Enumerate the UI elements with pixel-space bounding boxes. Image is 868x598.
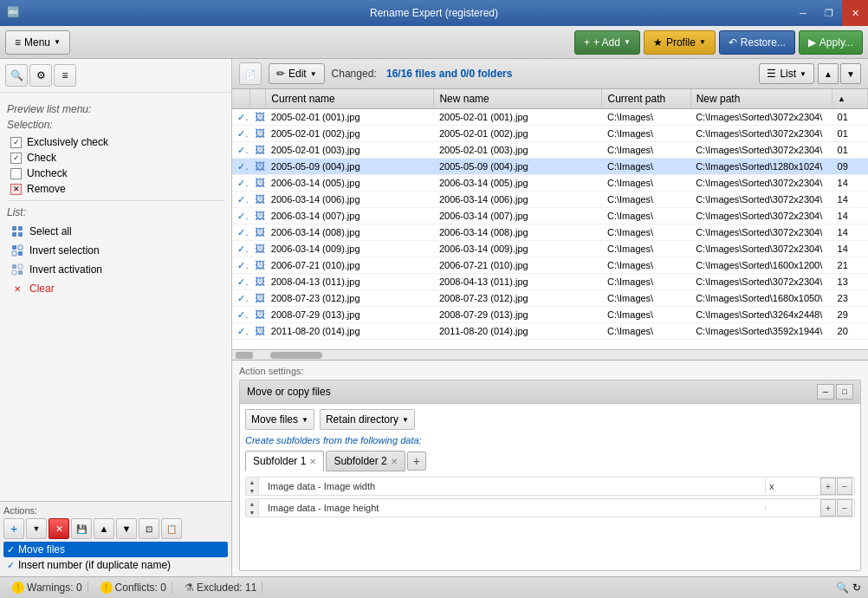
horizontal-scrollbar[interactable]	[232, 349, 868, 360]
row-check[interactable]: ✓	[232, 257, 249, 274]
table-row[interactable]: ✓ 🖼 2011-08-20 (014).jpg 2011-08-20 (014…	[232, 323, 868, 340]
scroll-thumb[interactable]	[270, 352, 322, 359]
row-check[interactable]: ✓	[232, 241, 249, 257]
minimize-button[interactable]: ─	[790, 0, 816, 26]
filter-button[interactable]: ⚙	[29, 64, 52, 87]
row-check[interactable]: ✓	[232, 175, 249, 192]
nav-buttons: ▲ ▼	[818, 63, 861, 84]
height-add-button[interactable]: +	[820, 499, 836, 517]
menu-button[interactable]: ≡ Menu ▼	[5, 30, 70, 55]
subfolder-tab-1[interactable]: Subfolder 1 ✕	[245, 451, 324, 471]
invert-activation-label: Invert activation	[29, 263, 102, 276]
box-maximize-button[interactable]: □	[836, 384, 853, 400]
row-check[interactable]: ✓	[232, 159, 249, 175]
row-check[interactable]: ✓	[232, 323, 249, 340]
table-row[interactable]: ✓ 🖼 2005-05-09 (004).jpg 2005-05-09 (004…	[232, 159, 868, 175]
width-spin-down[interactable]: ▼	[246, 486, 258, 495]
move-up-button[interactable]: ▲	[94, 518, 114, 539]
table-row[interactable]: ✓ 🖼 2006-07-21 (010).jpg 2006-07-21 (010…	[232, 257, 868, 274]
insert-number-action[interactable]: ✓ Insert number (if duplicate name)	[3, 557, 228, 573]
uncheck-item[interactable]: Uncheck	[7, 166, 224, 181]
delete-action-button[interactable]: ✕	[49, 518, 69, 539]
edit-button[interactable]: ✏ Edit ▼	[269, 63, 325, 84]
table-row[interactable]: ✓ 🖼 2005-02-01 (001).jpg 2005-02-01 (001…	[232, 109, 868, 126]
select-all-item[interactable]: Select all	[7, 222, 224, 241]
row-check[interactable]: ✓	[232, 192, 249, 208]
table-header-row: Current name New name Current path New p…	[232, 89, 868, 109]
check-checkbox[interactable]: ✓	[10, 153, 22, 164]
move-files-dropdown[interactable]: Move files ▼	[245, 409, 314, 430]
row-current-name: 2006-03-14 (006).jpg	[266, 192, 434, 208]
profile-button[interactable]: ★ Profile ▼	[644, 30, 716, 55]
table-row[interactable]: ✓ 🖼 2008-07-23 (012).jpg 2008-07-23 (012…	[232, 290, 868, 307]
add-button[interactable]: + + Add ▼	[574, 30, 640, 55]
table-row[interactable]: ✓ 🖼 2005-02-01 (003).jpg 2005-02-01 (003…	[232, 142, 868, 159]
row-check[interactable]: ✓	[232, 208, 249, 224]
action-dropdown-button[interactable]: ▼	[26, 518, 47, 539]
row-check[interactable]: ✓	[232, 307, 249, 323]
width-spin-up[interactable]: ▲	[246, 478, 258, 486]
subfolder-1-close[interactable]: ✕	[309, 457, 316, 466]
move-down-button[interactable]: ▼	[116, 518, 137, 539]
height-spin-up[interactable]: ▲	[246, 499, 258, 508]
copy-action-button[interactable]: ⊡	[139, 518, 159, 539]
row-check[interactable]: ✓	[232, 224, 249, 241]
remove-item[interactable]: ✕ Remove	[7, 181, 224, 197]
close-button[interactable]: ✕	[842, 0, 868, 26]
apply-button[interactable]: ▶ Apply...	[799, 30, 863, 55]
exclusively-check-item[interactable]: ✓ Exclusively check	[7, 134, 224, 150]
invert-selection-item[interactable]: Invert selection	[7, 241, 224, 260]
uncheck-checkbox[interactable]	[10, 168, 22, 179]
row-check[interactable]: ✓	[232, 126, 249, 142]
status-search-icon[interactable]: 🔍	[836, 582, 849, 594]
row-extra: 01	[832, 109, 868, 126]
retain-directory-dropdown[interactable]: Retain directory ▼	[320, 409, 415, 430]
restore-button[interactable]: ↶ Restore...	[719, 30, 795, 55]
next-button[interactable]: ▼	[840, 63, 861, 84]
subfolder-2-close[interactable]: ✕	[391, 457, 398, 466]
width-add-button[interactable]: +	[820, 478, 836, 495]
col-current-path[interactable]: Current path	[602, 89, 690, 109]
check-item[interactable]: ✓ Check	[7, 150, 224, 166]
restore-button[interactable]: ❐	[816, 0, 842, 26]
box-minimize-button[interactable]: ─	[817, 384, 834, 400]
table-row[interactable]: ✓ 🖼 2006-03-14 (009).jpg 2006-03-14 (009…	[232, 241, 868, 257]
table-row[interactable]: ✓ 🖼 2006-03-14 (006).jpg 2006-03-14 (006…	[232, 192, 868, 208]
prev-button[interactable]: ▲	[818, 63, 839, 84]
move-files-action[interactable]: ✓ Move files	[3, 542, 228, 557]
col-current-name[interactable]: Current name	[266, 89, 434, 109]
row-current-name: 2006-03-14 (009).jpg	[266, 241, 434, 257]
row-check[interactable]: ✓	[232, 290, 249, 307]
row-check[interactable]: ✓	[232, 142, 249, 159]
height-remove-button[interactable]: −	[837, 499, 852, 517]
list-view-button[interactable]: ☰ List ▼	[759, 63, 814, 84]
row-check[interactable]: ✓	[232, 109, 249, 126]
table-row[interactable]: ✓ 🖼 2005-02-01 (002).jpg 2005-02-01 (002…	[232, 126, 868, 142]
table-row[interactable]: ✓ 🖼 2008-04-13 (011).jpg 2008-04-13 (011…	[232, 274, 868, 290]
subfolder-tab-2[interactable]: Subfolder 2 ✕	[326, 451, 405, 471]
width-remove-button[interactable]: −	[837, 478, 852, 495]
status-refresh-icon[interactable]: ↻	[852, 582, 861, 594]
height-spinner: ▲ ▼	[246, 499, 259, 517]
clear-item[interactable]: ✕ Clear	[7, 279, 224, 298]
paste-action-button[interactable]: 📋	[161, 518, 182, 539]
file-icon-button[interactable]: 📄	[239, 62, 262, 85]
col-new-name[interactable]: New name	[434, 89, 602, 109]
file-table-container[interactable]: Current name New name Current path New p…	[232, 89, 868, 349]
table-row[interactable]: ✓ 🖼 2006-03-14 (005).jpg 2006-03-14 (005…	[232, 175, 868, 192]
add-action-button[interactable]: +	[3, 518, 24, 539]
height-spin-down[interactable]: ▼	[246, 508, 258, 517]
row-extra: 21	[832, 257, 868, 274]
table-row[interactable]: ✓ 🖼 2006-03-14 (008).jpg 2006-03-14 (008…	[232, 224, 868, 241]
invert-activation-item[interactable]: Invert activation	[7, 260, 224, 279]
list-icon: ☰	[767, 68, 776, 80]
search-button[interactable]: 🔍	[5, 64, 28, 87]
table-row[interactable]: ✓ 🖼 2006-03-14 (007).jpg 2006-03-14 (007…	[232, 208, 868, 224]
menu-options-button[interactable]: ≡	[54, 64, 76, 87]
exclusively-check-checkbox[interactable]: ✓	[10, 137, 22, 148]
save-action-button[interactable]: 💾	[71, 518, 92, 539]
row-check[interactable]: ✓	[232, 274, 249, 290]
add-tab-button[interactable]: +	[407, 452, 426, 471]
table-row[interactable]: ✓ 🖼 2008-07-29 (013).jpg 2008-07-29 (013…	[232, 307, 868, 323]
col-new-path[interactable]: New path	[690, 89, 832, 109]
